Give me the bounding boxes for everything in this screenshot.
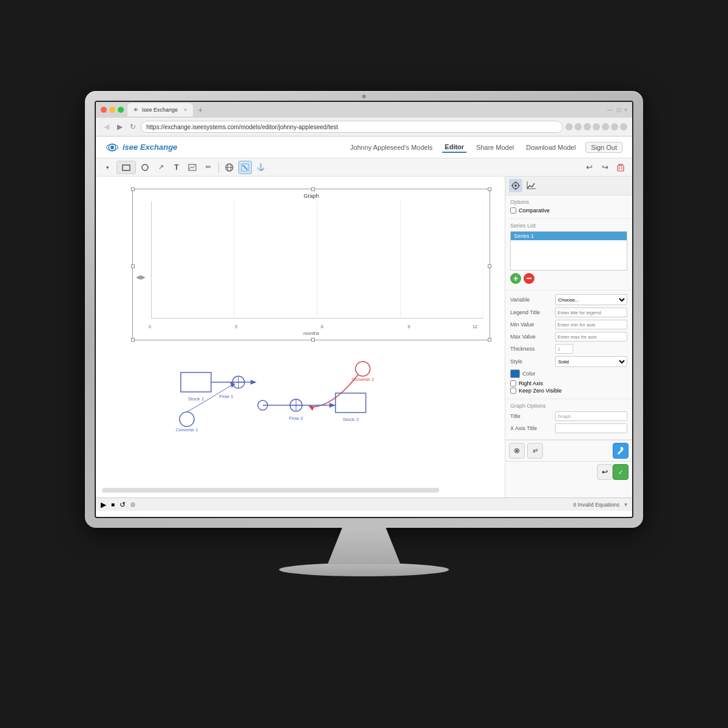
svg-point-1 (110, 146, 114, 149)
isee-logo-icon (106, 143, 119, 152)
right-axis-checkbox[interactable] (510, 380, 516, 386)
canvas-area[interactable]: Graph (96, 177, 505, 497)
refresh-btn[interactable]: ↻ (127, 121, 138, 132)
confirm-action-btn[interactable]: ✓ (613, 464, 629, 480)
undo-btn[interactable]: ↩ (582, 161, 596, 174)
graph-tool-btn[interactable] (186, 161, 199, 174)
nav-download-model[interactable]: Download Model (524, 143, 578, 152)
tab-close-btn[interactable]: × (184, 107, 187, 113)
stock-tool-btn[interactable] (120, 161, 133, 174)
series-item-1[interactable]: Series 1 (511, 232, 627, 240)
resize-handle-mr[interactable] (488, 265, 491, 268)
graph-options-section: Graph Options Title X Axis Title (505, 399, 632, 440)
options-section: Options Comparative (505, 195, 632, 219)
keep-zero-checkbox[interactable] (510, 388, 516, 394)
keep-zero-row: Keep Zero Visible (510, 388, 627, 394)
max-value-input[interactable] (555, 332, 627, 342)
properties-panel-tab[interactable] (509, 179, 522, 192)
thickness-input[interactable]: 1 (555, 344, 573, 354)
pen-tool-btn[interactable]: ✏ (201, 161, 215, 174)
resize-handle-tr[interactable] (488, 187, 491, 191)
sd-diagram[interactable]: Stock 1 Flow 1 Conve (157, 359, 460, 443)
variable-select[interactable]: Choose... (555, 294, 627, 305)
graph-container[interactable]: Graph (132, 189, 490, 340)
series-list-box[interactable]: Series 1 (510, 231, 627, 271)
nav-models[interactable]: Johnny Appleseed's Models (348, 143, 435, 152)
svg-point-4 (142, 164, 148, 170)
graph-tick-3: 3 (235, 325, 237, 329)
graph-settings-btn[interactable] (509, 443, 525, 459)
legend-title-input[interactable] (555, 308, 627, 317)
resize-handle-ml[interactable] (131, 265, 135, 268)
restore-btn[interactable]: ◻ (616, 107, 621, 113)
converter-tool-btn[interactable] (138, 161, 152, 174)
browser-tab[interactable]: 👁 isee Exchange × (127, 103, 193, 116)
browser-icons (565, 123, 627, 130)
close-window-btn[interactable] (101, 107, 107, 113)
browser-icon-7 (620, 123, 627, 130)
arrow-tool-btn[interactable]: ↗ (154, 161, 167, 174)
main-toolbar: ▾ ↗ T ✏ (96, 158, 632, 177)
side-resize-arrow[interactable]: ◀▶ (136, 274, 146, 280)
minimize-btn[interactable]: — (607, 107, 613, 113)
new-tab-button[interactable]: + (198, 105, 203, 115)
thickness-label: Thickness (510, 346, 553, 352)
redo-btn[interactable]: ↪ (598, 161, 612, 174)
close-btn[interactable]: × (624, 107, 627, 113)
min-value-row: Min Value (510, 320, 627, 329)
resize-handle-bl[interactable] (131, 338, 135, 342)
formula-btn[interactable]: x² (527, 443, 543, 459)
resize-handle-tc[interactable] (311, 187, 315, 191)
style-select[interactable]: Solid Dashed Dotted (555, 356, 627, 367)
address-input[interactable] (141, 121, 563, 133)
status-dropdown[interactable]: ▾ (624, 501, 627, 508)
monitor-bezel: 👁 isee Exchange × + — ◻ × ◀ ▶ ↻ (85, 91, 643, 528)
globe-tool-btn[interactable] (223, 161, 236, 174)
rewind-button[interactable]: ↺ (120, 500, 126, 509)
wrench-action-btn[interactable] (613, 443, 629, 459)
x-axis-label: months (133, 331, 490, 336)
edit-mode-btn[interactable] (238, 161, 252, 174)
color-swatch[interactable] (510, 369, 520, 378)
browser-icon-5 (602, 123, 609, 130)
resize-handle-bc[interactable] (311, 338, 315, 342)
min-value-input[interactable] (555, 320, 627, 329)
address-bar-row: ◀ ▶ ↻ (96, 118, 632, 136)
delete-btn[interactable] (614, 161, 627, 174)
tab-favicon: 👁 (133, 107, 138, 113)
back-btn[interactable]: ◀ (101, 121, 112, 132)
options-title: Options (510, 199, 627, 205)
add-series-btn[interactable]: + (510, 273, 521, 284)
svg-marker-44 (329, 403, 335, 408)
nav-share-model[interactable]: Share Model (474, 143, 516, 152)
svg-marker-29 (251, 380, 257, 385)
graph-options-title: Graph Options (510, 403, 627, 409)
monitor-screen: 👁 isee Exchange × + — ◻ × ◀ ▶ ↻ (95, 101, 633, 518)
minimize-window-btn[interactable] (109, 107, 115, 113)
monitor-base (279, 563, 449, 576)
maximize-window-btn[interactable] (118, 107, 124, 113)
nav-editor[interactable]: Editor (442, 142, 467, 153)
forward-btn[interactable]: ▶ (114, 121, 125, 132)
resize-handle-tl[interactable] (131, 187, 135, 191)
text-tool-btn[interactable]: T (170, 161, 183, 174)
min-value-label: Min Value (510, 322, 553, 328)
canvas-scrollbar[interactable] (102, 488, 499, 493)
resize-handle-br[interactable] (488, 338, 491, 342)
play-button[interactable]: ▶ (101, 500, 106, 509)
browser-icon-4 (593, 123, 600, 130)
nav-sign-out[interactable]: Sign Out (585, 142, 622, 153)
browser-icon-2 (575, 123, 582, 130)
comparative-checkbox[interactable] (510, 207, 516, 214)
graph-svg (151, 201, 484, 318)
select-dropdown-btn[interactable]: ▾ (101, 161, 114, 174)
stop-button[interactable]: ■ (111, 501, 115, 508)
snap-tool-btn[interactable]: ⚓ (254, 161, 268, 174)
chart-panel-tab[interactable] (525, 179, 538, 192)
app-logo: isee Exchange (106, 143, 348, 152)
browser-chrome: 👁 isee Exchange × + — ◻ × ◀ ▶ ↻ (96, 102, 632, 136)
graph-title-input[interactable] (555, 411, 627, 421)
undo-action-btn[interactable]: ↩ (597, 464, 613, 480)
remove-series-btn[interactable]: − (524, 273, 534, 284)
x-axis-title-input[interactable] (555, 423, 627, 433)
